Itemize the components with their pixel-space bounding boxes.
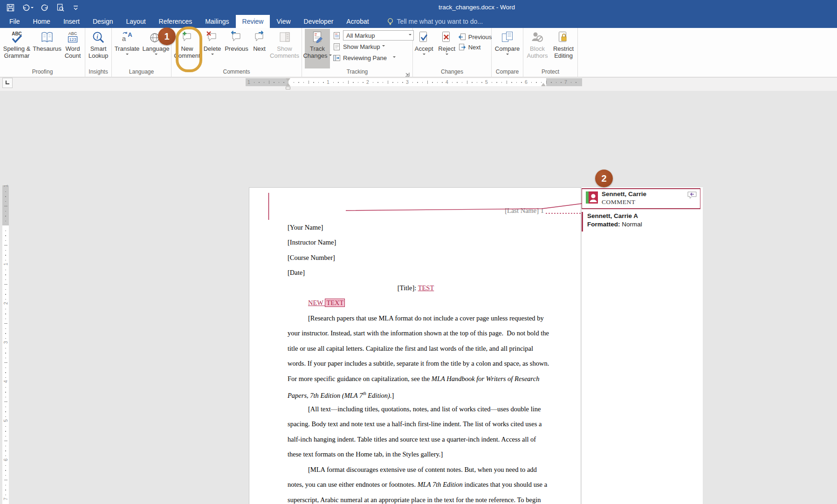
document-page[interactable]: [Last Name] 1 [Your Name][Instructor Nam…: [249, 187, 581, 504]
display-for-review-select[interactable]: All Markup: [333, 30, 414, 41]
doc-line[interactable]: [Date]: [288, 267, 305, 278]
vertical-ruler: 112345678: [2, 185, 9, 504]
track-changes-button[interactable]: Track Changes: [305, 29, 330, 68]
svg-text:A: A: [128, 31, 132, 38]
reviewing-pane-button[interactable]: Reviewing Pane: [333, 53, 414, 63]
next-change-label: Next: [468, 44, 481, 51]
group-label-protect: Protect: [523, 68, 577, 76]
highlight-ring: [176, 27, 202, 72]
tab-acrobat[interactable]: Acrobat: [340, 15, 375, 28]
doc-line[interactable]: [MLA format discourages extensive use of…: [308, 464, 537, 475]
doc-line[interactable]: words. If your paper includes a subtitle…: [288, 358, 549, 368]
doc-line[interactable]: superscript, Arabic numeral at an approp…: [288, 495, 541, 504]
restrict-editing-button[interactable]: RestrictEditing: [550, 29, 576, 68]
doc-line[interactable]: title or use all capital letters. Capita…: [288, 343, 533, 354]
doc-line[interactable]: Papers, 7th Edition (MLA 7th Edition).]: [288, 388, 394, 401]
reject-icon: [440, 31, 454, 44]
accept-icon: [417, 31, 431, 44]
previous-comment-button[interactable]: Previous: [224, 29, 250, 68]
doc-line[interactable]: [Course Number]: [288, 252, 335, 263]
delete-comment-icon: [206, 31, 220, 44]
word-window: track_changes.docx - Word File Home Inse…: [0, 0, 837, 504]
compare-icon: [501, 31, 515, 44]
doc-line[interactable]: For more specific guidance on capitaliza…: [288, 374, 539, 384]
tab-review[interactable]: Review: [236, 15, 270, 28]
tell-me-box[interactable]: Tell me what you want to do...: [387, 15, 483, 28]
comment-balloon[interactable]: Sennett, Carrie COMMENT: [582, 188, 700, 209]
previous-change-button[interactable]: Previous: [458, 33, 492, 41]
tab-view[interactable]: View: [270, 15, 297, 28]
callout-2: 2: [595, 170, 613, 187]
doc-line[interactable]: spacing. Body text and note text use a h…: [288, 419, 542, 429]
display-for-review-caret[interactable]: [409, 34, 412, 37]
translate-icon: aA: [120, 31, 134, 44]
change-bar: [582, 212, 583, 232]
thesaurus-label: Thesaurus: [33, 45, 61, 52]
reject-button[interactable]: Reject: [436, 29, 458, 68]
doc-line[interactable]: [Your Name]: [288, 222, 323, 232]
callout-1: 1: [158, 27, 176, 45]
accept-button[interactable]: Accept: [412, 29, 436, 68]
reply-comment-icon[interactable]: [687, 191, 697, 199]
doc-line[interactable]: [Title]: TEST: [288, 283, 544, 293]
doc-line[interactable]: these text formats on the Home tab, in t…: [288, 449, 443, 459]
ruler-row: 11234567: [0, 78, 837, 91]
translate-button[interactable]: aA Translate: [113, 29, 142, 68]
next-change-button[interactable]: Next: [458, 43, 492, 51]
doc-line[interactable]: NEW TEXT: [308, 298, 345, 308]
show-comments-label: ShowComments: [270, 45, 299, 59]
ribbon-group-proofing: ABC Spelling &Grammar Thesaurus ABC123 W…: [0, 28, 85, 77]
customize-quick-access-icon: [72, 4, 80, 12]
first-line-indent-marker[interactable]: [286, 78, 290, 82]
ruler-number: 7: [3, 496, 8, 502]
smart-lookup-icon: i: [91, 31, 105, 44]
customize-quick-access-button[interactable]: [72, 4, 80, 12]
block-authors-label: BlockAuthors: [527, 45, 548, 59]
ruler-number: 6: [3, 456, 8, 463]
show-markup-button[interactable]: Show Markup: [333, 41, 414, 52]
undo-dropdown-caret[interactable]: [31, 7, 34, 10]
thesaurus-button[interactable]: Thesaurus: [32, 29, 62, 68]
doc-line[interactable]: half-inch hanging indent. Table titles a…: [288, 434, 536, 444]
doc-line[interactable]: [All text—including titles, quotations, …: [308, 404, 541, 414]
ribbon-group-compare: Compare Compare: [492, 28, 523, 77]
ruler-number: 5: [3, 417, 8, 424]
tab-stop-selector[interactable]: [2, 78, 13, 88]
tab-developer[interactable]: Developer: [297, 15, 340, 28]
doc-line[interactable]: [Instructor Name]: [288, 237, 336, 247]
tab-references[interactable]: References: [152, 15, 199, 28]
tab-design[interactable]: Design: [86, 15, 120, 28]
next-comment-button[interactable]: Next: [250, 29, 269, 68]
tab-mailings[interactable]: Mailings: [199, 15, 235, 28]
right-indent-marker[interactable]: [541, 83, 546, 86]
next-comment-icon: [253, 31, 267, 44]
ruler-number: 2: [3, 300, 8, 306]
doc-line[interactable]: notes, you can use either endnotes or fo…: [288, 479, 547, 490]
tracking-dialog-launcher[interactable]: [405, 71, 410, 76]
tab-layout[interactable]: Layout: [120, 15, 152, 28]
tab-home[interactable]: Home: [27, 15, 57, 28]
save-button[interactable]: [7, 4, 14, 12]
doc-line[interactable]: your instructor. Instead, start with the…: [288, 328, 549, 338]
ribbon: ABC Spelling &Grammar Thesaurus ABC123 W…: [0, 28, 837, 77]
compare-button[interactable]: Compare: [493, 29, 522, 68]
tab-file[interactable]: File: [3, 15, 27, 28]
word-count-button[interactable]: ABC123 WordCount: [62, 29, 83, 68]
change-description[interactable]: Formatted: Normal: [587, 221, 642, 228]
smart-lookup-button[interactable]: i SmartLookup: [86, 29, 110, 68]
undo-button[interactable]: [22, 4, 34, 12]
redo-button[interactable]: [41, 4, 49, 12]
quick-access-toolbar: [0, 0, 80, 15]
delete-comment-button[interactable]: Delete: [201, 29, 224, 68]
reviewing-pane-icon: [333, 54, 341, 62]
spelling-grammar-button[interactable]: ABC Spelling &Grammar: [1, 29, 32, 68]
print-preview-icon: [56, 4, 64, 12]
doc-line[interactable]: [Research papers that use MLA format do …: [308, 313, 544, 323]
show-markup-label: Show Markup: [343, 43, 380, 50]
reviewing-pane-label: Reviewing Pane: [343, 54, 387, 61]
tab-insert[interactable]: Insert: [57, 15, 86, 28]
print-preview-button[interactable]: [56, 4, 64, 12]
left-indent-marker[interactable]: [286, 87, 290, 89]
ruler-number: 3: [3, 339, 8, 346]
hanging-indent-marker[interactable]: [286, 83, 290, 86]
